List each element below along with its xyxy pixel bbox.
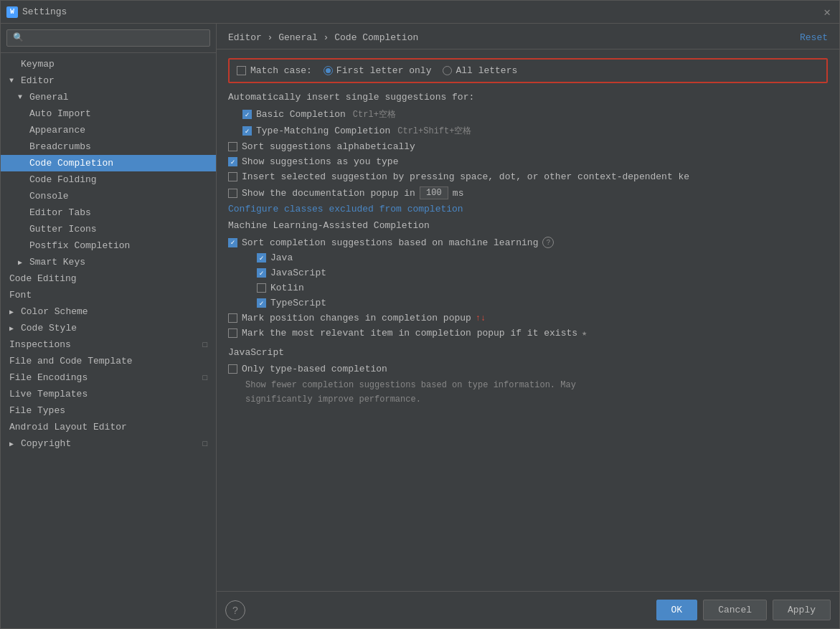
- help-button[interactable]: ?: [225, 600, 245, 620]
- typescript-label: TypeScript: [270, 298, 326, 308]
- sidebar-item-file-types[interactable]: File Types: [1, 402, 216, 419]
- sidebar-item-color-scheme[interactable]: ▶ Color Scheme: [1, 303, 216, 320]
- sidebar-item-gutter-icons[interactable]: Gutter Icons: [1, 221, 216, 237]
- search-input[interactable]: [6, 29, 210, 47]
- match-case-checkbox[interactable]: [237, 66, 246, 75]
- sidebar-item-code-completion[interactable]: Code Completion: [1, 155, 216, 171]
- basic-shortcut: Ctrl+空格: [353, 108, 396, 120]
- sidebar-item-live-templates[interactable]: Live Templates: [1, 386, 216, 402]
- radio-first-icon[interactable]: [324, 66, 333, 75]
- sidebar-item-label: Font: [9, 290, 32, 301]
- java-checkbox[interactable]: [257, 253, 266, 263]
- sidebar-item-label: Code Completion: [29, 158, 113, 169]
- show-as-type-checkbox[interactable]: [228, 157, 237, 166]
- cancel-button[interactable]: Cancel: [703, 600, 767, 620]
- sidebar-item-copyright[interactable]: ▶ Copyright □: [1, 435, 216, 452]
- sidebar-item-keymap[interactable]: Keymap: [1, 56, 216, 72]
- ml-section-title: Machine Learning-Assisted Completion: [228, 220, 828, 231]
- inspections-icon: □: [202, 341, 207, 349]
- arrow-icon: ▼: [9, 77, 18, 85]
- sidebar-item-label: Appearance: [29, 125, 85, 136]
- insert-selected-label: Insert selected suggestion by pressing s…: [242, 171, 689, 182]
- kotlin-checkbox[interactable]: [257, 283, 266, 293]
- match-case-label[interactable]: Match case:: [237, 65, 312, 76]
- sidebar-item-label: Editor: [21, 75, 55, 86]
- sidebar-item-label: Color Scheme: [21, 306, 88, 317]
- radio-group: First letter only All letters: [324, 65, 517, 76]
- match-case-text: Match case:: [250, 65, 312, 76]
- sort-alpha-row: Sort suggestions alphabetically: [228, 141, 828, 152]
- sidebar-item-label: Copyright: [21, 438, 71, 449]
- only-type-based-checkbox[interactable]: [228, 364, 237, 374]
- sidebar-item-label: Android Layout Editor: [9, 422, 127, 432]
- sidebar-item-inspections[interactable]: Inspections □: [1, 336, 216, 353]
- sidebar-item-smart-keys[interactable]: ▶ Smart Keys: [1, 254, 216, 270]
- radio-first-letter[interactable]: First letter only: [324, 65, 432, 76]
- type-matching-shortcut: Ctrl+Shift+空格: [397, 125, 471, 137]
- sort-ml-checkbox[interactable]: [228, 238, 237, 247]
- javascript-row: JavaScript: [228, 268, 828, 278]
- sort-alpha-label: Sort suggestions alphabetically: [242, 141, 415, 152]
- sidebar-item-label: Editor Tabs: [29, 207, 91, 218]
- breadcrumb: Editor › General › Code Completion: [228, 32, 418, 43]
- sidebar-item-label: Console: [29, 191, 69, 202]
- sidebar-item-label: Code Folding: [29, 174, 97, 185]
- typescript-checkbox[interactable]: [257, 298, 266, 308]
- app-icon: W: [6, 6, 18, 18]
- sidebar-item-general[interactable]: ▼ General: [1, 89, 216, 105]
- configure-link[interactable]: Configure classes excluded from completi…: [228, 204, 828, 214]
- mark-relevant-label: Mark the most relevant item in completio…: [242, 328, 577, 339]
- doc-popup-row: Show the documentation popup in ms: [228, 186, 828, 199]
- close-button[interactable]: ✕: [821, 5, 834, 19]
- sidebar-item-breadcrumbs[interactable]: Breadcrumbs: [1, 138, 216, 155]
- sidebar-item-file-encodings[interactable]: File Encodings □: [1, 369, 216, 386]
- basic-completion-checkbox[interactable]: [242, 110, 252, 119]
- mark-position-checkbox[interactable]: [228, 313, 237, 323]
- sidebar-item-label: Postfix Completion: [29, 240, 130, 251]
- sidebar-item-file-code-template[interactable]: File and Code Template: [1, 353, 216, 369]
- panel-header: Editor › General › Code Completion Reset: [217, 24, 839, 49]
- reset-link[interactable]: Reset: [800, 32, 828, 43]
- sidebar-item-editor-tabs[interactable]: Editor Tabs: [1, 204, 216, 221]
- sidebar-item-code-folding[interactable]: Code Folding: [1, 171, 216, 188]
- apply-button[interactable]: Apply: [773, 600, 831, 620]
- sidebar-item-label: Live Templates: [9, 389, 88, 399]
- sidebar-item-label: File Encodings: [9, 372, 88, 383]
- radio-all-icon[interactable]: [443, 66, 452, 75]
- sidebar-item-android-layout-editor[interactable]: Android Layout Editor: [1, 419, 216, 435]
- insert-selected-checkbox[interactable]: [228, 172, 237, 181]
- javascript-label: JavaScript: [270, 268, 326, 278]
- sidebar-item-editor[interactable]: ▼ Editor: [1, 72, 216, 89]
- sidebar-item-label: Smart Keys: [29, 257, 85, 268]
- sidebar-item-code-editing[interactable]: Code Editing: [1, 270, 216, 287]
- bottom-bar: ? OK Cancel Apply: [217, 591, 839, 628]
- only-type-based-row: Only type-based completion: [228, 364, 828, 374]
- sort-ml-label: Sort completion suggestions based on mac…: [242, 237, 538, 248]
- basic-completion-row: Basic Completion Ctrl+空格: [228, 108, 828, 120]
- doc-popup-value[interactable]: [420, 186, 448, 199]
- sidebar-item-label: File Types: [9, 405, 65, 416]
- sidebar-item-auto-import[interactable]: Auto Import: [1, 105, 216, 122]
- sidebar-item-code-style[interactable]: ▶ Code Style: [1, 320, 216, 336]
- sort-alpha-checkbox[interactable]: [228, 142, 237, 151]
- sidebar-item-appearance[interactable]: Appearance: [1, 122, 216, 138]
- match-case-section: Match case: First letter only All letter…: [228, 58, 828, 83]
- star-icon: ★: [582, 328, 587, 339]
- mark-relevant-checkbox[interactable]: [228, 328, 237, 338]
- title-bar: W Settings ✕: [1, 1, 839, 24]
- sidebar-item-label: Gutter Icons: [29, 224, 97, 235]
- doc-popup-checkbox[interactable]: [228, 189, 237, 198]
- kotlin-row: Kotlin: [228, 283, 828, 293]
- arrow-icon: ▶: [9, 440, 18, 448]
- ok-button[interactable]: OK: [656, 600, 698, 620]
- sidebar-item-console[interactable]: Console: [1, 188, 216, 204]
- radio-all-letters[interactable]: All letters: [443, 65, 517, 76]
- type-matching-label: Type-Matching Completion: [256, 126, 390, 136]
- only-type-based-desc1: Show fewer completion suggestions based …: [228, 379, 828, 392]
- arrow-icon: ▶: [18, 258, 27, 267]
- sidebar-item-font[interactable]: Font: [1, 287, 216, 303]
- help-icon[interactable]: ?: [542, 237, 554, 248]
- type-matching-checkbox[interactable]: [242, 126, 252, 136]
- sidebar-item-postfix-completion[interactable]: Postfix Completion: [1, 237, 216, 254]
- javascript-checkbox[interactable]: [257, 268, 266, 278]
